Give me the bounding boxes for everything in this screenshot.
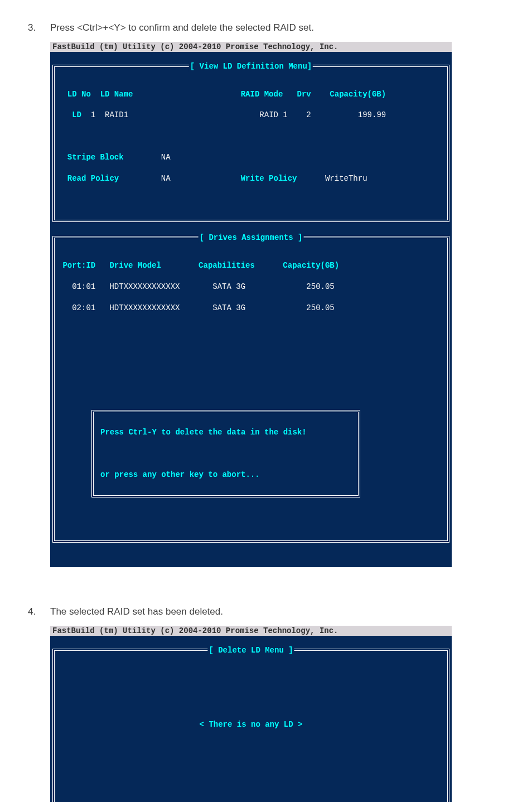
h2-cap: Capacity(GB) bbox=[283, 261, 339, 270]
popup-line1: Press Ctrl-Y to delete the data in the d… bbox=[100, 427, 351, 438]
terminal-1-wrap: FastBuild (tm) Utility (c) 2004-2010 Pro… bbox=[50, 42, 504, 567]
hdr-ldname: LD Name bbox=[100, 90, 133, 99]
r-name: RAID1 bbox=[105, 110, 128, 119]
hdr-drv: Drv bbox=[297, 90, 311, 99]
row2-caps: SATA 3G bbox=[212, 303, 245, 312]
row1-caps: SATA 3G bbox=[212, 282, 245, 291]
box2-title: [ Drives Assignments ] bbox=[199, 233, 304, 243]
step-4: 4. The selected RAID set has been delete… bbox=[28, 606, 504, 617]
r-slot: 1 bbox=[91, 110, 95, 119]
l-read: Read Policy bbox=[67, 174, 119, 183]
row2-port: 02:01 bbox=[72, 303, 95, 312]
row1-cap: 250.05 bbox=[306, 282, 334, 291]
r-cap: 199.99 bbox=[358, 110, 386, 119]
hdr-ldno: LD No bbox=[67, 90, 91, 99]
l-stripe: Stripe Block bbox=[67, 153, 124, 162]
r-ld: LD bbox=[72, 110, 81, 119]
step-4-number: 4. bbox=[28, 606, 50, 617]
row1-model: HDTXXXXXXXXXXXX bbox=[109, 282, 180, 291]
terminal-2-wrap: FastBuild (tm) Utility (c) 2004-2010 Pro… bbox=[50, 626, 504, 802]
l-write: Write Policy bbox=[241, 174, 297, 183]
v-read: NA bbox=[161, 174, 171, 183]
terminal-1: [ View LD Definition Menu] LD No LD Name… bbox=[50, 52, 452, 567]
step-4-text: The selected RAID set has been deleted. bbox=[50, 606, 504, 617]
terminal-2-header: FastBuild (tm) Utility (c) 2004-2010 Pro… bbox=[50, 626, 452, 636]
h2-caps: Capabilities bbox=[199, 261, 255, 270]
step-3-number: 3. bbox=[28, 22, 50, 33]
h2-port: Port:ID bbox=[62, 261, 95, 270]
confirm-popup: Press Ctrl-Y to delete the data in the d… bbox=[91, 410, 360, 497]
terminal-2: [ Delete LD Menu ] < There is no any LD … bbox=[50, 636, 452, 802]
hdr-cap: Capacity(GB) bbox=[330, 90, 386, 99]
v-write: WriteThru bbox=[325, 174, 367, 183]
popup-line2: or press any other key to abort... bbox=[100, 470, 351, 480]
row2-model: HDTXXXXXXXXXXXX bbox=[109, 303, 180, 312]
empty-ld-message: < There is no any LD > bbox=[200, 719, 303, 730]
h2-model: Drive Model bbox=[109, 261, 161, 270]
view-ld-definition-box: [ View LD Definition Menu] LD No LD Name… bbox=[52, 65, 449, 222]
drives-assignments-box: [ Drives Assignments ] Port:ID Drive Mod… bbox=[52, 236, 449, 543]
confirm-popup-overlay: Press Ctrl-Y to delete the data in the d… bbox=[91, 400, 360, 508]
r-drv: 2 bbox=[306, 110, 311, 119]
delete-ld-menu-box: [ Delete LD Menu ] < There is no any LD … bbox=[52, 649, 449, 802]
box1-title: [ View LD Definition Menu] bbox=[189, 61, 313, 72]
step-3: 3. Press <Ctrl>+<Y> to confirm and delet… bbox=[28, 22, 504, 33]
v-stripe: NA bbox=[161, 153, 171, 162]
hdr-raidmode: RAID Mode bbox=[241, 90, 283, 99]
t2-box1-title: [ Delete LD Menu ] bbox=[207, 645, 294, 656]
row1-port: 01:01 bbox=[72, 282, 95, 291]
row2-cap: 250.05 bbox=[306, 303, 334, 312]
terminal-1-header: FastBuild (tm) Utility (c) 2004-2010 Pro… bbox=[50, 42, 452, 52]
r-mode: RAID 1 bbox=[259, 110, 287, 119]
step-3-text: Press <Ctrl>+<Y> to confirm and delete t… bbox=[50, 22, 504, 33]
